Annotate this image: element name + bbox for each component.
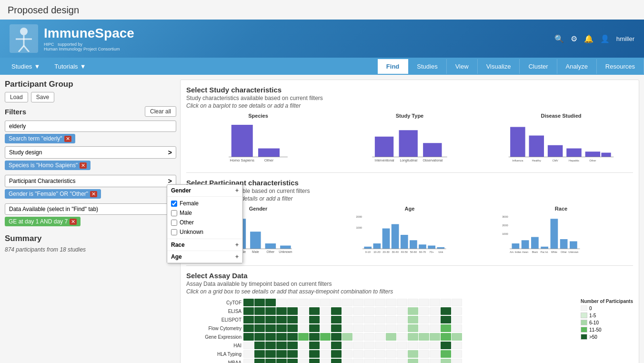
heatmap-cell[interactable] xyxy=(320,316,331,323)
heatmap-cell[interactable] xyxy=(430,333,440,341)
heatmap-cell[interactable] xyxy=(309,359,320,363)
heatmap-cell[interactable] xyxy=(265,307,276,315)
popup-gender-header[interactable]: Gender + xyxy=(167,185,242,197)
heatmap-cell[interactable] xyxy=(276,299,287,306)
heatmap-cell[interactable] xyxy=(243,359,254,363)
heatmap-cell[interactable] xyxy=(375,299,385,306)
heatmap-cell[interactable] xyxy=(342,307,352,315)
heatmap-cell[interactable] xyxy=(254,299,265,306)
heatmap-cell[interactable] xyxy=(254,307,265,315)
heatmap-cell[interactable] xyxy=(331,359,342,363)
heatmap-cell[interactable] xyxy=(364,324,374,332)
data-available-dropdown[interactable]: Data Available (select in "Find" tab) xyxy=(5,203,176,215)
tag-close-gender[interactable]: ✕ xyxy=(90,191,97,197)
heatmap-cell[interactable] xyxy=(364,299,374,306)
heatmap-cell[interactable] xyxy=(353,342,363,349)
heatmap-cell[interactable] xyxy=(408,324,418,332)
heatmap-cell[interactable] xyxy=(287,316,298,323)
popup-age-row[interactable]: Age + xyxy=(167,251,242,263)
heatmap-cell[interactable] xyxy=(441,333,451,341)
heatmap-cell[interactable] xyxy=(342,342,352,349)
heatmap-cell[interactable] xyxy=(298,307,309,315)
heatmap-cell[interactable] xyxy=(441,342,451,349)
heatmap-cell[interactable] xyxy=(254,350,265,358)
heatmap-cell[interactable] xyxy=(452,307,462,315)
nav-item-studies[interactable]: Studies ▼ xyxy=(5,59,47,74)
heatmap-cell[interactable] xyxy=(342,359,352,363)
heatmap-cell[interactable] xyxy=(276,350,287,358)
heatmap-cell[interactable] xyxy=(430,342,440,349)
popup-unknown-row[interactable]: Unknown xyxy=(167,227,242,237)
search-input[interactable] xyxy=(5,121,176,132)
heatmap-cell[interactable] xyxy=(309,307,320,315)
heatmap-cell[interactable] xyxy=(276,316,287,323)
popup-female-row[interactable]: Female xyxy=(167,199,242,208)
heatmap-cell[interactable] xyxy=(265,324,276,332)
heatmap-cell[interactable] xyxy=(243,299,254,306)
heatmap-cell[interactable] xyxy=(265,299,276,306)
heatmap-cell[interactable] xyxy=(320,299,331,306)
heatmap-cell[interactable] xyxy=(298,333,309,341)
heatmap-cell[interactable] xyxy=(265,359,276,363)
tab-view[interactable]: View xyxy=(447,59,478,74)
heatmap-cell[interactable] xyxy=(254,342,265,349)
heatmap-cell[interactable] xyxy=(342,316,352,323)
heatmap-cell[interactable] xyxy=(386,342,396,349)
heatmap-cell[interactable] xyxy=(430,359,440,363)
heatmap-cell[interactable] xyxy=(364,342,374,349)
heatmap-cell[interactable] xyxy=(430,350,440,358)
heatmap-cell[interactable] xyxy=(309,316,320,323)
heatmap-cell[interactable] xyxy=(298,324,309,332)
heatmap-cell[interactable] xyxy=(320,350,331,358)
heatmap-cell[interactable] xyxy=(353,324,363,332)
heatmap-cell[interactable] xyxy=(452,299,462,306)
heatmap-cell[interactable] xyxy=(287,359,298,363)
race-chart[interactable]: Race 3000 2000 1000 Am. Indian xyxy=(489,206,633,258)
heatmap-cell[interactable] xyxy=(320,307,331,315)
age-chart[interactable]: Age 2000 1000 0-10 xyxy=(338,206,482,258)
heatmap-cell[interactable] xyxy=(276,342,287,349)
heatmap-cell[interactable] xyxy=(386,324,396,332)
heatmap-cell[interactable] xyxy=(419,316,429,323)
heatmap-cell[interactable] xyxy=(364,350,374,358)
study-design-dropdown[interactable]: Study design > xyxy=(5,146,176,159)
heatmap-cell[interactable] xyxy=(375,316,385,323)
tab-resources[interactable]: Resources xyxy=(597,59,644,74)
tab-analyze[interactable]: Analyze xyxy=(557,59,597,74)
heatmap-cell[interactable] xyxy=(452,350,462,358)
participant-char-dropdown[interactable]: Participant Characteristics > xyxy=(5,175,176,187)
heatmap-cell[interactable] xyxy=(430,324,440,332)
heatmap-cell[interactable] xyxy=(309,299,320,306)
heatmap-cell[interactable] xyxy=(397,299,407,306)
heatmap-cell[interactable] xyxy=(331,324,342,332)
search-icon[interactable]: 🔍 xyxy=(554,34,564,43)
heatmap-cell[interactable] xyxy=(452,324,462,332)
tag-close-ge[interactable]: ✕ xyxy=(70,219,77,225)
heatmap-cell[interactable] xyxy=(254,316,265,323)
heatmap-cell[interactable] xyxy=(331,333,342,341)
heatmap-cell[interactable] xyxy=(265,316,276,323)
heatmap-cell[interactable] xyxy=(408,316,418,323)
heatmap-cell[interactable] xyxy=(309,333,320,341)
gear-icon[interactable]: ⚙ xyxy=(571,34,577,43)
tab-cluster[interactable]: Cluster xyxy=(520,59,557,74)
tab-studies[interactable]: Studies xyxy=(408,59,446,74)
heatmap-cell[interactable] xyxy=(265,333,276,341)
heatmap-cell[interactable] xyxy=(430,316,440,323)
heatmap-cell[interactable] xyxy=(408,307,418,315)
heatmap-cell[interactable] xyxy=(287,342,298,349)
heatmap-cell[interactable] xyxy=(441,359,451,363)
heatmap-cell[interactable] xyxy=(386,333,396,341)
heatmap-cell[interactable] xyxy=(397,324,407,332)
clear-all-button[interactable]: Clear all xyxy=(145,106,176,117)
heatmap-cell[interactable] xyxy=(353,350,363,358)
heatmap-cell[interactable] xyxy=(441,316,451,323)
heatmap-cell[interactable] xyxy=(320,342,331,349)
heatmap-cell[interactable] xyxy=(430,307,440,315)
heatmap-cell[interactable] xyxy=(353,333,363,341)
heatmap-cell[interactable] xyxy=(309,324,320,332)
study-type-chart[interactable]: Study Type Interventional Longitudinal O… xyxy=(338,113,482,165)
heatmap-cell[interactable] xyxy=(419,359,429,363)
heatmap-cell[interactable] xyxy=(364,307,374,315)
heatmap-cell[interactable] xyxy=(408,299,418,306)
